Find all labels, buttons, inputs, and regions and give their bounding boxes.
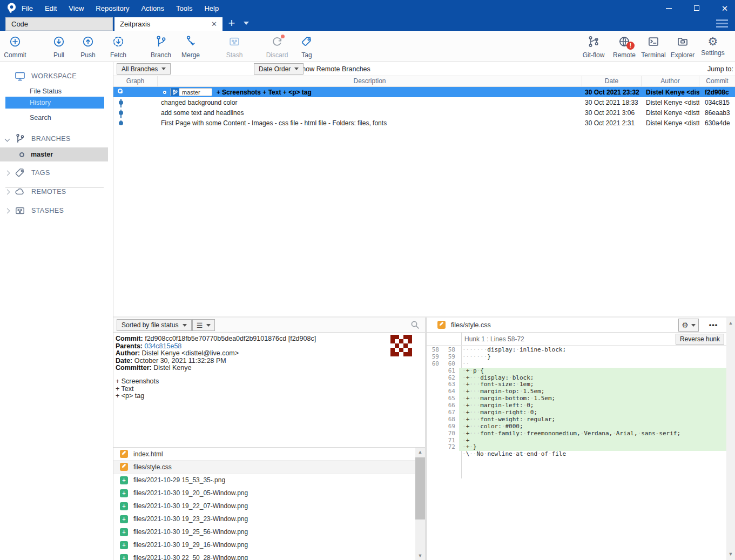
menu-edit[interactable]: Edit — [45, 4, 57, 12]
toolbar-button-explorer[interactable]: Explorer — [667, 34, 698, 59]
menu-view[interactable]: View — [69, 4, 84, 12]
whitespace-dots: · — [484, 450, 488, 457]
remotes-icon — [14, 186, 26, 198]
settings-icon: ⚙ — [706, 35, 719, 48]
parent-commit-link[interactable]: 034c815e58 — [145, 342, 182, 350]
more-options-button[interactable]: ••• — [705, 319, 721, 332]
toolbar-button-tag[interactable]: Tag — [294, 34, 320, 59]
tab-code[interactable]: Code — [5, 17, 113, 31]
toolbar-label: Push — [74, 51, 102, 59]
toolbar-button-fetch[interactable]: Fetch — [104, 34, 132, 59]
file-list-scrollbar[interactable]: ▲ ▼ — [415, 448, 425, 560]
branch-filter-dropdown[interactable]: All Branches — [117, 63, 171, 75]
gear-icon: ⚙ — [682, 321, 689, 329]
chevron-right-icon[interactable] — [0, 190, 14, 194]
toolbar-button-discard[interactable]: Discard — [261, 34, 293, 59]
file-row[interactable]: +files/2021-10-30 19_25_56-Window.png — [113, 525, 415, 538]
maximize-button[interactable] — [691, 2, 703, 14]
old-line-number — [427, 375, 443, 382]
list-options-dropdown[interactable]: ☰ — [192, 319, 215, 331]
new-tab-button[interactable]: + — [225, 18, 238, 30]
menu-tools[interactable]: Tools — [176, 4, 192, 12]
history-row[interactable]: master+ Screenshots + Text + <p> tag30 O… — [113, 87, 735, 97]
sidebar-item-history[interactable]: History — [5, 97, 104, 109]
toolbar-button-gitflow[interactable]: Git-flow — [577, 34, 610, 59]
sidebar-section-branches[interactable]: BRANCHES — [0, 132, 113, 146]
file-row[interactable]: +files/2021-10-29 15_53_35-.png — [113, 474, 415, 487]
whitespace-dots: · — [523, 402, 527, 409]
close-button[interactable]: ✕ — [719, 2, 731, 14]
sidebar-section-label: WORKSPACE — [31, 72, 77, 80]
chevron-down-icon[interactable] — [0, 137, 14, 141]
diff-options-dropdown[interactable]: ⚙ — [678, 319, 699, 332]
old-line-number — [427, 416, 443, 423]
sidebar-section-tags[interactable]: TAGS — [0, 166, 113, 180]
column-header-date[interactable]: Date — [582, 76, 642, 86]
menu-repository[interactable]: Repository — [96, 4, 129, 12]
tab-zeitpraxis[interactable]: Zeitpraxis ✕ — [114, 17, 222, 31]
column-header-commit[interactable]: Commit — [699, 76, 735, 86]
commit-date-cell: 30 Oct 2021 2:31 — [582, 119, 642, 127]
file-path: files/style.css — [133, 463, 172, 471]
history-row[interactable]: changed background color30 Oct 2021 18:3… — [113, 97, 735, 107]
file-row[interactable]: index.html — [113, 448, 415, 461]
menu-actions[interactable]: Actions — [141, 4, 164, 12]
commit-description: add some text and headlines — [161, 109, 244, 117]
sidebar-section-stashes[interactable]: STASHES — [0, 204, 113, 218]
toolbar-label: Branch — [146, 51, 176, 59]
toolbar-button-commit[interactable]: Commit — [1, 34, 29, 59]
sidebar-item-search[interactable]: Search — [0, 112, 113, 124]
menu-help[interactable]: Help — [204, 4, 219, 12]
modified-file-icon — [437, 321, 446, 329]
sidebar-section-label: BRANCHES — [31, 135, 71, 143]
sidebar-section-workspace[interactable]: WORKSPACE — [0, 69, 113, 83]
file-row[interactable]: +files/2021-10-30 19_29_16-Window.png — [113, 538, 415, 551]
column-header-author[interactable]: Author — [642, 76, 699, 86]
added-file-icon: + — [120, 515, 128, 523]
toolbar-button-branch[interactable]: Branch — [146, 34, 176, 59]
file-row[interactable]: files/style.css — [113, 461, 415, 474]
toolbar-button-push[interactable]: Push — [74, 34, 102, 59]
scroll-down-icon[interactable]: ▼ — [415, 551, 425, 560]
chevron-right-icon[interactable] — [0, 171, 14, 175]
scroll-up-icon[interactable]: ▲ — [415, 448, 425, 457]
file-row[interactable]: +files/2021-10-30 22_50_28-Window.png — [113, 551, 415, 560]
column-header-description[interactable]: Description — [158, 76, 582, 86]
new-line-number — [443, 451, 459, 458]
toolbar-button-pull[interactable]: Pull — [45, 34, 73, 59]
diff-scrollbar[interactable]: ▲ ▼ — [726, 318, 735, 560]
scrollbar-thumb[interactable] — [415, 457, 425, 519]
scroll-up-icon[interactable]: ▲ — [726, 319, 735, 328]
search-icon[interactable] — [410, 320, 420, 329]
reverse-hunk-button[interactable]: Reverse hunk — [676, 334, 724, 345]
tab-dropdown-icon[interactable] — [244, 22, 249, 25]
whitespace-dots: · — [462, 367, 466, 374]
tab-close-icon[interactable]: ✕ — [211, 20, 217, 28]
branch-node-icon — [19, 152, 24, 157]
file-row[interactable]: +files/2021-10-30 19_20_05-Window.png — [113, 487, 415, 500]
old-line-number: 59 — [427, 354, 443, 361]
file-row[interactable]: +files/2021-10-30 19_22_07-Window.png — [113, 500, 415, 512]
toolbar-button-remote[interactable]: !Remote — [609, 34, 639, 59]
chevron-right-icon[interactable] — [0, 209, 14, 213]
scroll-down-icon[interactable]: ▼ — [726, 550, 735, 559]
history-row[interactable]: First Page with some Content - Images - … — [113, 118, 735, 128]
toolbar-button-merge[interactable]: Merge — [176, 34, 206, 59]
column-header-graph[interactable]: Graph — [113, 76, 158, 86]
menu-file[interactable]: File — [22, 4, 33, 12]
sort-by-dropdown[interactable]: Sorted by file status — [117, 319, 192, 331]
toolbar-button-terminal[interactable]: Terminal — [638, 34, 669, 59]
history-row[interactable]: add some text and headlines30 Oct 2021 3… — [113, 107, 735, 118]
order-filter-dropdown[interactable]: Date Order — [254, 63, 304, 75]
hamburger-menu-icon[interactable] — [716, 19, 728, 28]
file-row[interactable]: +files/2021-10-30 19_23_23-Window.png — [113, 512, 415, 525]
file-path: files/2021-10-30 19_23_23-Window.png — [133, 515, 248, 523]
minimize-button[interactable] — [663, 2, 675, 14]
sidebar-section-remotes[interactable]: REMOTES — [0, 185, 113, 199]
toolbar-button-settings[interactable]: ⚙Settings — [698, 34, 728, 59]
whitespace-dots: · — [462, 437, 466, 444]
sidebar-item-file-status[interactable]: File Status — [0, 85, 113, 97]
whitespace-dots: ··· — [469, 416, 480, 423]
sidebar-item-master[interactable]: master — [0, 147, 108, 161]
toolbar-button-stash[interactable]: Stash — [219, 34, 250, 59]
